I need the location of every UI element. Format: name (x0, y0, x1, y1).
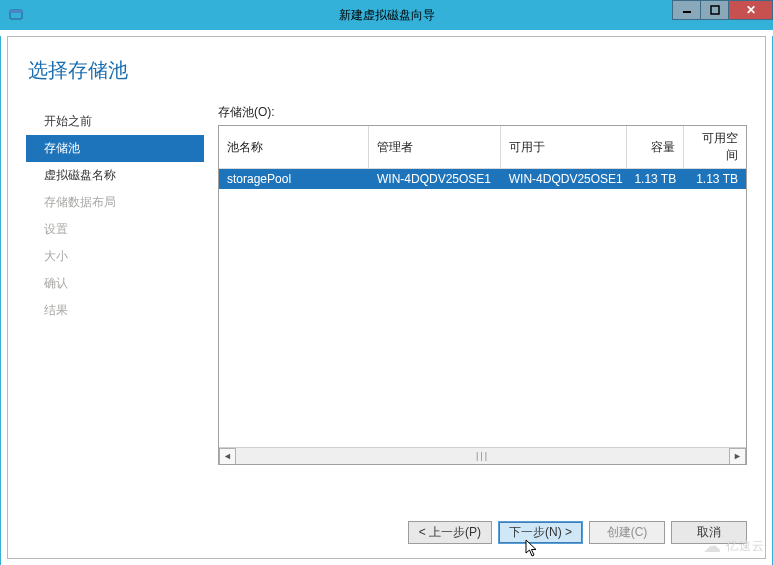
scroll-track[interactable]: ||| (236, 448, 729, 465)
wizard-footer: < 上一步(P) 下一步(N) > 创建(C) 取消 (26, 521, 747, 544)
step-confirm: 确认 (26, 270, 204, 297)
step-settings: 设置 (26, 216, 204, 243)
col-manager[interactable]: 管理者 (369, 126, 501, 169)
titlebar: 新建虚拟磁盘向导 ✕ (0, 0, 773, 30)
wizard-frame: 选择存储池 开始之前 存储池 虚拟磁盘名称 存储数据布局 设置 大小 确认 结果… (0, 36, 773, 565)
horizontal-scrollbar[interactable]: ◄ ||| ► (219, 447, 746, 464)
col-available-to[interactable]: 可用于 (501, 126, 627, 169)
scroll-left-icon[interactable]: ◄ (219, 448, 236, 465)
next-button[interactable]: 下一步(N) > (498, 521, 583, 544)
table-header-row: 池名称 管理者 可用于 容量 可用空间 (219, 126, 746, 169)
storage-pool-table: 池名称 管理者 可用于 容量 可用空间 storagePool WIN-4DQD… (218, 125, 747, 465)
step-vdisk-name[interactable]: 虚拟磁盘名称 (26, 162, 204, 189)
close-button[interactable]: ✕ (728, 0, 773, 20)
step-results: 结果 (26, 297, 204, 324)
window-title: 新建虚拟磁盘向导 (0, 7, 773, 24)
table-row[interactable]: storagePool WIN-4DQDV25OSE1 WIN-4DQDV25O… (219, 169, 746, 190)
cell-free-space: 1.13 TB (683, 169, 746, 190)
step-layout: 存储数据布局 (26, 189, 204, 216)
window-controls: ✕ (673, 0, 773, 22)
cell-pool-name: storagePool (219, 169, 369, 190)
col-capacity[interactable]: 容量 (626, 126, 683, 169)
col-pool-name[interactable]: 池名称 (219, 126, 369, 169)
list-label: 存储池(O): (218, 104, 747, 121)
app-icon (8, 7, 24, 23)
step-storage-pool[interactable]: 存储池 (26, 135, 204, 162)
step-before-begin[interactable]: 开始之前 (26, 108, 204, 135)
cell-manager: WIN-4DQDV25OSE1 (369, 169, 501, 190)
previous-button[interactable]: < 上一步(P) (408, 521, 492, 544)
cell-capacity: 1.13 TB (626, 169, 683, 190)
minimize-button[interactable] (672, 0, 701, 20)
cancel-button[interactable]: 取消 (671, 521, 747, 544)
scroll-right-icon[interactable]: ► (729, 448, 746, 465)
main-panel: 存储池(O): 池名称 管理者 (204, 104, 747, 465)
step-size: 大小 (26, 243, 204, 270)
wizard-steps: 开始之前 存储池 虚拟磁盘名称 存储数据布局 设置 大小 确认 结果 (26, 104, 204, 465)
create-button: 创建(C) (589, 521, 665, 544)
col-free-space[interactable]: 可用空间 (683, 126, 746, 169)
svg-rect-3 (711, 6, 719, 14)
svg-rect-1 (10, 10, 22, 13)
cell-available-to: WIN-4DQDV25OSE1 (501, 169, 627, 190)
maximize-button[interactable] (700, 0, 729, 20)
page-title: 选择存储池 (28, 57, 747, 84)
